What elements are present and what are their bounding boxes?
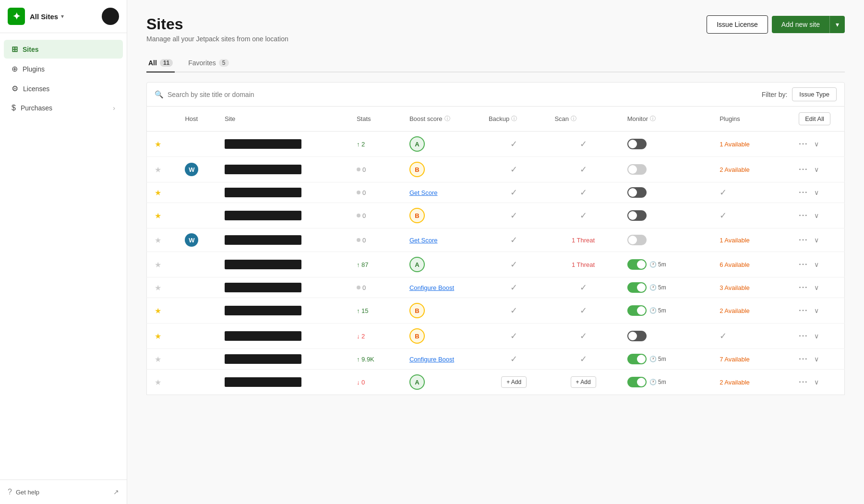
plugins-available-label[interactable]: 2 Available	[720, 379, 750, 386]
more-actions-button[interactable]: ···	[799, 140, 808, 148]
plugins-available-label[interactable]: 3 Available	[720, 284, 750, 291]
expand-row-button[interactable]: ∨	[814, 355, 819, 363]
monitor-toggle[interactable]	[627, 331, 647, 341]
expand-row-button[interactable]: ∨	[814, 140, 819, 148]
get-score-link[interactable]: Get Score	[409, 237, 438, 244]
sidebar-item-plugins[interactable]: ⊕ Plugins	[4, 60, 123, 78]
sidebar-item-licenses[interactable]: ⚙ Licenses	[4, 79, 123, 98]
monitor-cell	[620, 228, 712, 252]
get-score-link[interactable]: Get Score	[409, 189, 438, 196]
expand-row-button[interactable]: ∨	[814, 284, 819, 291]
boost-cell: B	[402, 324, 481, 349]
monitor-toggle[interactable]	[627, 210, 647, 221]
monitor-toggle[interactable]	[627, 377, 647, 387]
tab-favorites[interactable]: Favorites 5	[186, 54, 230, 72]
more-actions-button[interactable]: ···	[799, 236, 808, 244]
monitor-toggle[interactable]	[627, 187, 647, 198]
sidebar-item-sites[interactable]: ⊞ Sites	[4, 40, 123, 59]
site-name-bar	[225, 235, 301, 245]
expand-row-button[interactable]: ∨	[814, 307, 819, 314]
sidebar-title: All Sites	[30, 12, 58, 21]
more-actions-button[interactable]: ···	[799, 260, 808, 268]
stats-cell: 0	[349, 203, 402, 228]
all-sites-selector[interactable]: All Sites ▾	[30, 12, 64, 21]
monitor-toggle[interactable]	[627, 305, 647, 316]
host-cell: W	[177, 157, 217, 182]
plugins-cell: 7 Available	[712, 349, 791, 370]
monitor-toggle[interactable]	[627, 259, 647, 270]
star-icon[interactable]: ★	[155, 355, 161, 363]
search-input[interactable]	[168, 91, 762, 98]
sidebar-footer: ? Get help ↗	[0, 480, 127, 504]
more-actions-button[interactable]: ···	[799, 283, 808, 291]
star-icon[interactable]: ★	[155, 284, 161, 292]
plugins-available-label[interactable]: 2 Available	[720, 307, 750, 314]
monitor-toggle[interactable]	[627, 139, 647, 149]
expand-row-button[interactable]: ∨	[814, 332, 819, 340]
monitor-toggle[interactable]	[627, 235, 647, 245]
expand-row-button[interactable]: ∨	[814, 236, 819, 244]
star-icon[interactable]: ★	[155, 166, 161, 174]
plugins-available-label[interactable]: 1 Available	[720, 141, 750, 148]
threat-link[interactable]: 1 Threat	[572, 261, 595, 268]
expand-row-button[interactable]: ∨	[814, 189, 819, 196]
more-actions-button[interactable]: ···	[799, 165, 808, 173]
sidebar-item-purchases[interactable]: $ Purchases ›	[4, 99, 123, 117]
configure-boost-link[interactable]: Configure Boost	[409, 284, 454, 291]
issue-license-button[interactable]: Issue License	[707, 15, 768, 34]
table-row: ★↑ 9.9KConfigure Boost✓✓🕐 5m7 Available·…	[147, 349, 845, 370]
tab-all[interactable]: All 11	[146, 54, 175, 72]
page-subtitle: Manage all your Jetpack sites from one l…	[146, 35, 288, 43]
monitor-toggle[interactable]	[627, 282, 647, 293]
more-actions-button[interactable]: ···	[799, 306, 808, 314]
scan-add-button[interactable]: + Add	[571, 376, 596, 388]
plugins-available-label[interactable]: 1 Available	[720, 237, 750, 244]
avatar[interactable]	[102, 8, 119, 25]
sidebar-header: ✦ All Sites ▾	[0, 0, 127, 33]
stats-cell: 0	[349, 277, 402, 298]
edit-all-button[interactable]: Edit All	[799, 112, 830, 125]
help-label[interactable]: Get help	[16, 489, 39, 496]
star-icon[interactable]: ★	[155, 332, 161, 340]
plugins-available-label[interactable]: 2 Available	[720, 166, 750, 173]
plugins-available-label[interactable]: 7 Available	[720, 356, 750, 363]
threat-link[interactable]: 1 Threat	[572, 237, 595, 244]
star-icon[interactable]: ★	[155, 236, 161, 244]
plugins-cell: 6 Available	[712, 252, 791, 277]
stats-up: ↑ 87	[357, 261, 394, 268]
monitor-toggle[interactable]	[627, 164, 647, 175]
expand-row-button[interactable]: ∨	[814, 378, 819, 386]
monitor-time: 🕐 5m	[649, 356, 666, 362]
plugins-available-label[interactable]: 6 Available	[720, 261, 750, 268]
monitor-toggle[interactable]	[627, 354, 647, 364]
add-new-site-button[interactable]: Add new site	[772, 16, 829, 33]
site-name-bar	[225, 377, 301, 387]
more-actions-button[interactable]: ···	[799, 378, 808, 386]
filter-issue-type-button[interactable]: Issue Type	[792, 87, 837, 101]
configure-boost-link[interactable]: Configure Boost	[409, 356, 454, 363]
star-icon[interactable]: ★	[155, 307, 161, 315]
expand-row-button[interactable]: ∨	[814, 212, 819, 219]
more-actions-button[interactable]: ···	[799, 355, 808, 363]
add-new-site-dropdown-button[interactable]: ▾	[829, 16, 845, 33]
chevron-right-icon: ›	[113, 104, 115, 112]
star-icon[interactable]: ★	[155, 212, 161, 220]
site-name-bar	[225, 139, 301, 149]
expand-row-button[interactable]: ∨	[814, 166, 819, 173]
site-name-bar	[225, 331, 301, 341]
site-cell	[217, 157, 349, 182]
scan-cell: ✓	[547, 298, 619, 324]
host-cell: W	[177, 228, 217, 252]
plugins-cell: 1 Available	[712, 132, 791, 157]
star-icon[interactable]: ★	[155, 378, 161, 386]
more-actions-button[interactable]: ···	[799, 188, 808, 196]
star-icon[interactable]: ★	[155, 261, 161, 269]
star-icon[interactable]: ★	[155, 189, 161, 197]
more-actions-button[interactable]: ···	[799, 332, 808, 340]
expand-row-button[interactable]: ∨	[814, 261, 819, 268]
star-icon[interactable]: ★	[155, 140, 161, 148]
scan-cell: + Add	[547, 370, 619, 395]
backup-add-button[interactable]: + Add	[501, 376, 527, 388]
scan-cell: ✓	[547, 324, 619, 349]
more-actions-button[interactable]: ···	[799, 211, 808, 219]
